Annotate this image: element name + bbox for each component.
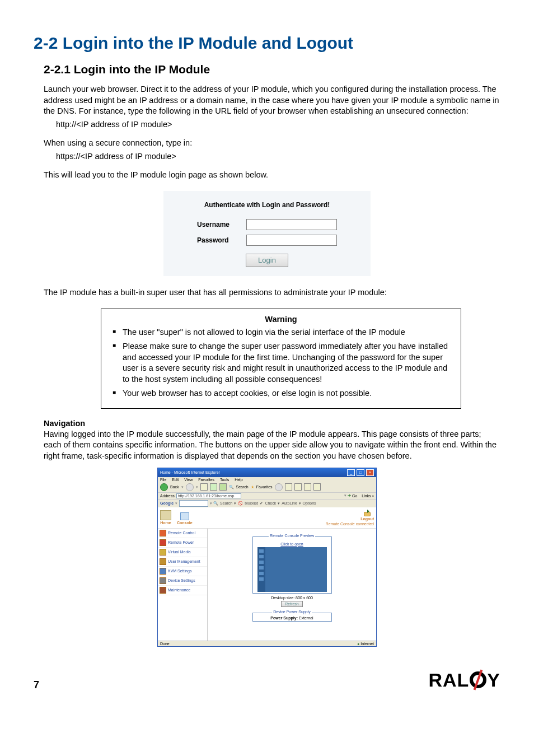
google-autolink[interactable]: AutoLink — [282, 501, 297, 505]
google-toolbar: Google ▾ ▾ 🔍Search ▾ 🚫blocked ✔Check ▾ A… — [158, 499, 376, 507]
links-label[interactable]: Links — [362, 494, 371, 498]
username-label: Username — [197, 221, 242, 228]
kvm-settings-icon — [160, 568, 166, 575]
power-supply-value: External — [299, 616, 313, 620]
sidebar-remote-control[interactable]: Remote Control — [158, 529, 207, 538]
go-icon[interactable]: ➔ — [348, 493, 351, 498]
logout-icon[interactable] — [363, 510, 371, 516]
username-input[interactable] — [246, 219, 337, 230]
minimize-icon[interactable]: _ — [347, 469, 355, 476]
status-bar: Done ● Internet — [158, 641, 376, 646]
warning-title: Warning — [111, 315, 451, 324]
main-panel: Remote Console Preview Click to open Des… — [208, 529, 376, 641]
logo-text-pre: RAL — [428, 669, 469, 691]
maintenance-icon — [160, 587, 166, 594]
app-topbar: Home Console Logout Remote Console conne… — [158, 507, 376, 529]
back-icon[interactable] — [160, 483, 168, 491]
status-left: Done — [160, 642, 170, 646]
toolbar-search[interactable]: Search — [236, 485, 249, 489]
google-options[interactable]: Options — [303, 501, 316, 505]
menu-view[interactable]: View — [184, 478, 193, 482]
password-label: Password — [197, 236, 242, 244]
home-icon[interactable] — [219, 483, 227, 491]
warning-item-3: Your web browser has to accept cookies, … — [111, 388, 451, 399]
console-label: Console — [177, 521, 193, 525]
logout-label: Logout — [360, 517, 374, 521]
console-icon[interactable] — [180, 512, 189, 520]
sidebar-maintenance[interactable]: Maintenance — [158, 586, 207, 595]
desktop-size: Desktop size: 800 x 600 — [212, 596, 372, 600]
menu-help[interactable]: Help — [235, 478, 242, 482]
home-icon[interactable] — [160, 510, 171, 520]
preview-thumbnail[interactable] — [257, 547, 327, 592]
sidebar: Remote Control Remote Power Virtual Medi… — [158, 529, 208, 641]
history-icon[interactable] — [275, 483, 283, 491]
paragraph-2: When using a secure connection, type in: — [44, 138, 500, 149]
refresh-icon[interactable] — [210, 483, 217, 491]
home-label: Home — [160, 521, 171, 525]
device-settings-icon — [160, 577, 166, 584]
print-icon[interactable] — [294, 483, 302, 491]
remote-console-preview: Remote Console Preview Click to open — [252, 536, 332, 594]
sidebar-remote-power[interactable]: Remote Power — [158, 538, 207, 548]
google-search-input[interactable] — [179, 500, 208, 507]
preview-title: Remote Console Preview — [269, 534, 315, 538]
menu-edit[interactable]: Edit — [172, 478, 179, 482]
section-heading: 2-2 Login into the IP Module and Logout — [34, 34, 500, 53]
paragraph-1-url: http://<IP address of IP module> — [56, 119, 500, 130]
paragraph-2-url: https://<IP address of IP module> — [56, 151, 500, 162]
main-page-screenshot: Home - Microsoft Internet Explorer _ □ ×… — [157, 468, 377, 647]
google-label: Google — [160, 501, 174, 505]
close-icon[interactable]: × — [366, 469, 374, 476]
forward-icon[interactable] — [186, 483, 194, 491]
sidebar-virtual-media[interactable]: Virtual Media — [158, 548, 207, 557]
login-button[interactable]: Login — [246, 254, 288, 267]
page-number: 7 — [34, 679, 39, 691]
refresh-button[interactable]: Refresh — [281, 601, 303, 607]
remote-power-icon — [160, 539, 166, 546]
stop-icon[interactable] — [200, 483, 208, 491]
back-label: Back — [170, 485, 179, 489]
connection-status: Remote Console connected — [326, 522, 374, 526]
menu-tools[interactable]: Tools — [220, 478, 229, 482]
sidebar-user-management[interactable]: User Management — [158, 557, 207, 567]
menu-file[interactable]: File — [160, 478, 166, 482]
menu-favorites[interactable]: Favorites — [198, 478, 214, 482]
mail-icon[interactable] — [285, 483, 292, 491]
sidebar-device-settings[interactable]: Device Settings — [158, 576, 207, 586]
maximize-icon[interactable]: □ — [357, 469, 364, 476]
google-search[interactable]: Search — [220, 501, 232, 505]
paragraph-3: This will lead you to the IP module logi… — [44, 170, 500, 181]
raloy-logo: RAL Y — [428, 669, 500, 691]
address-bar: Address http://192.168.1.61:23/home.asp … — [158, 492, 376, 499]
power-supply-label: Power Supply: — [270, 616, 298, 620]
navigation-heading: Navigation — [44, 419, 500, 428]
toolbar-favorites[interactable]: Favorites — [256, 485, 273, 489]
window-title: Home - Microsoft Internet Explorer — [160, 470, 220, 474]
edit-icon[interactable] — [304, 483, 311, 491]
subsection-heading: 2-2.1 Login into the IP Module — [44, 63, 500, 76]
paragraph-1: Launch your web browser. Direct it to th… — [44, 84, 500, 117]
window-controls: _ □ × — [346, 469, 374, 476]
paragraph-4: The IP module has a built-in super user … — [44, 287, 500, 298]
status-right: Internet — [360, 642, 374, 646]
toolbar: Back ▾ ▾ 🔍Search ★Favorites — [158, 482, 376, 492]
virtual-media-icon — [160, 549, 166, 556]
google-check[interactable]: Check — [265, 501, 276, 505]
power-supply-frame: Device Power Supply Power Supply: Extern… — [252, 613, 332, 622]
menu-bar: File Edit View Favorites Tools Help — [158, 477, 376, 482]
password-input[interactable] — [246, 235, 337, 246]
user-management-icon — [160, 558, 166, 565]
address-input[interactable]: http://192.168.1.61:23/home.asp — [176, 493, 241, 498]
google-blocked[interactable]: blocked — [245, 501, 258, 505]
navigation-body: Having logged into the IP module success… — [44, 429, 500, 462]
power-supply-title: Device Power Supply — [272, 610, 312, 614]
warning-item-1: The user "super" is not allowed to login… — [111, 327, 451, 338]
discuss-icon[interactable] — [313, 483, 321, 491]
sidebar-kvm-settings[interactable]: KVM Settings — [158, 567, 207, 576]
login-screenshot: Authenticate with Login and Password! Us… — [163, 191, 371, 276]
address-label: Address — [160, 494, 175, 498]
window-titlebar: Home - Microsoft Internet Explorer _ □ × — [158, 468, 376, 477]
preview-link[interactable]: Click to open — [253, 542, 331, 546]
warning-box: Warning The user "super" is not allowed … — [101, 309, 461, 409]
